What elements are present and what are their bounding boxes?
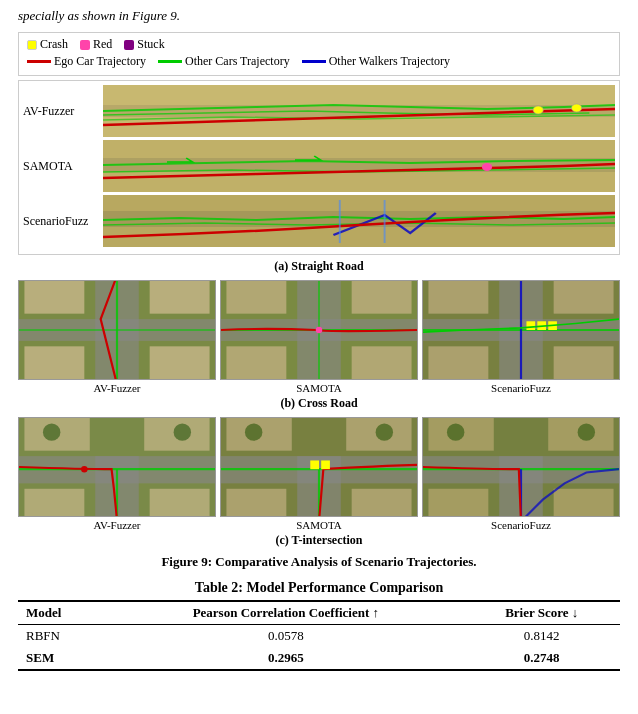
cross-samota-label: SAMOTA [296, 382, 342, 394]
svg-point-43 [43, 423, 60, 440]
col-model: Model [18, 601, 108, 625]
legend-other-walkers: Other Walkers Trajectory [302, 54, 450, 69]
legend-stuck: Stuck [124, 37, 164, 52]
svg-rect-33 [526, 321, 535, 330]
stuck-dot [124, 40, 134, 50]
svg-point-2 [533, 106, 543, 114]
svg-rect-56 [321, 460, 330, 469]
samota-label-straight: SAMOTA [23, 159, 103, 174]
tintersect-scenario-svg [423, 418, 619, 516]
svg-point-53 [245, 423, 262, 440]
road-row-avfuzzer: AV-Fuzzer [23, 85, 615, 137]
tintersect-avfuzzer-svg [19, 418, 215, 516]
table-row: RBFN0.05780.8142 [18, 625, 620, 648]
road-row-samota: SAMOTA [23, 140, 615, 192]
svg-rect-62 [428, 489, 488, 516]
scenariofuzz-label-straight: ScenarioFuzz [23, 214, 103, 229]
svg-rect-17 [150, 346, 210, 379]
legend-ego: Ego Car Trajectory [27, 54, 146, 69]
figure-caption: Figure 9: Comparative Analysis of Scenar… [18, 554, 620, 570]
scenariofuzz-traj-svg [103, 195, 615, 247]
cross-road-caption: (b) Cross Road [18, 396, 620, 411]
other-cars-label: Other Cars Trajectory [185, 54, 290, 69]
svg-point-25 [316, 327, 323, 334]
samota-road-img [103, 140, 615, 192]
svg-rect-63 [554, 489, 614, 516]
tintersect-samota-svg [221, 418, 417, 516]
t-intersection-caption: (c) T-intersection [18, 533, 620, 548]
cross-avfuzzer-svg [19, 281, 215, 379]
stuck-label: Stuck [137, 37, 164, 52]
avfuzzer-road-img [103, 85, 615, 137]
tintersect-samota-label: SAMOTA [296, 519, 342, 531]
svg-rect-41 [24, 489, 84, 516]
svg-rect-15 [150, 281, 210, 314]
t-intersection-section: AV-Fuzzer [18, 417, 620, 548]
svg-rect-24 [352, 346, 412, 379]
svg-rect-16 [24, 346, 84, 379]
straight-road-caption: (a) Straight Road [18, 259, 620, 274]
other-walkers-label: Other Walkers Trajectory [329, 54, 450, 69]
legend-crash: Crash [27, 37, 68, 52]
ego-label: Ego Car Trajectory [54, 54, 146, 69]
legend-box: Crash Red Stuck Ego Car Trajectory Other… [18, 32, 620, 76]
tintersect-avfuzzer-label: AV-Fuzzer [93, 519, 140, 531]
svg-rect-23 [226, 346, 286, 379]
svg-rect-14 [24, 281, 84, 314]
svg-rect-55 [310, 460, 319, 469]
legend-red: Red [80, 37, 112, 52]
samota-traj-svg [103, 140, 615, 192]
svg-rect-31 [428, 346, 488, 379]
cross-samota-col: SAMOTA [220, 280, 418, 394]
table-header-row: Model Pearson Correlation Coefficient ↑ … [18, 601, 620, 625]
table-row: SEM0.29650.2748 [18, 647, 620, 670]
svg-rect-32 [554, 346, 614, 379]
avfuzzer-label-straight: AV-Fuzzer [23, 104, 103, 119]
svg-point-65 [578, 423, 595, 440]
svg-rect-52 [352, 489, 412, 516]
cross-scenario-img [422, 280, 620, 380]
cross-road-section: AV-Fuzzer [18, 280, 620, 411]
straight-road-container: AV-Fuzzer [18, 80, 620, 255]
page-container: specially as shown in Figure 9. Crash Re… [0, 0, 638, 683]
tintersect-samota-col: SAMOTA [220, 417, 418, 531]
svg-point-54 [376, 423, 393, 440]
cross-scenario-col: ScenarioFuzz [422, 280, 620, 394]
cross-scenario-label: ScenarioFuzz [491, 382, 551, 394]
cross-avfuzzer-col: AV-Fuzzer [18, 280, 216, 394]
legend-row-2: Ego Car Trajectory Other Cars Trajectory… [27, 54, 611, 69]
svg-point-45 [81, 466, 88, 473]
cross-samota-img [220, 280, 418, 380]
crash-label: Crash [40, 37, 68, 52]
crash-dot [27, 40, 37, 50]
scenariofuzz-road-img [103, 195, 615, 247]
tintersect-avfuzzer-col: AV-Fuzzer [18, 417, 216, 531]
col-pearson: Pearson Correlation Coefficient ↑ [108, 601, 463, 625]
table-section: Table 2: Model Performance Comparison Mo… [18, 580, 620, 671]
cell-model: SEM [18, 647, 108, 670]
svg-rect-30 [554, 281, 614, 314]
tintersect-scenario-img [422, 417, 620, 517]
cell-brier: 0.2748 [463, 647, 620, 670]
svg-rect-22 [352, 281, 412, 314]
tintersect-avfuzzer-img [18, 417, 216, 517]
other-cars-line [158, 60, 182, 63]
cell-pearson: 0.0578 [108, 625, 463, 648]
cell-model: RBFN [18, 625, 108, 648]
straight-road-section: AV-Fuzzer [18, 80, 620, 274]
performance-table: Model Pearson Correlation Coefficient ↑ … [18, 600, 620, 671]
red-dot [80, 40, 90, 50]
cross-avfuzzer-label: AV-Fuzzer [93, 382, 140, 394]
cross-samota-svg [221, 281, 417, 379]
other-walkers-line [302, 60, 326, 63]
svg-point-64 [447, 423, 464, 440]
svg-rect-51 [226, 489, 286, 516]
cross-avfuzzer-img [18, 280, 216, 380]
red-label: Red [93, 37, 112, 52]
cell-pearson: 0.2965 [108, 647, 463, 670]
tintersect-scenario-col: ScenarioFuzz [422, 417, 620, 531]
svg-point-44 [174, 423, 191, 440]
col-brier: Brier Score ↓ [463, 601, 620, 625]
road-row-scenariofuzz: ScenarioFuzz [23, 195, 615, 247]
avfuzzer-traj-svg [103, 85, 615, 137]
